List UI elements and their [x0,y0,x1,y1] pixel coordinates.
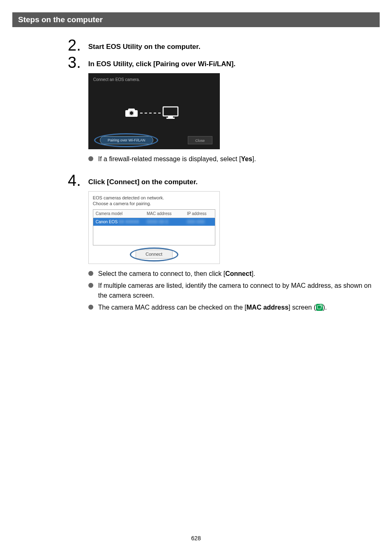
text: ] screen ( [288,304,316,311]
step-3: 3. In EOS Utility, click [Pairing over W… [68,55,374,164]
text-bold: MAC address [247,304,288,311]
text: The camera MAC address can be checked on… [98,304,247,311]
column-header: IP address [184,209,215,217]
mac-address-link[interactable] [316,304,323,311]
column-header: Camera model [93,209,144,217]
firewall-note: If a firewall-related message is display… [88,154,374,164]
text: If a firewall-related message is display… [98,155,241,162]
camera-table: Camera model MAC address IP address Cano… [93,209,215,246]
monitor-icon [162,105,179,120]
link-icon [316,304,323,311]
step-heading: In EOS Utility, click [Pairing over Wi-F… [88,60,374,68]
step-heading: Start EOS Utility on the computer. [88,43,374,51]
text: ]. [251,270,255,277]
column-header: MAC address [144,209,184,217]
close-button[interactable]: Close [188,136,212,144]
bullet-icon [88,156,93,161]
text-bold: Connect [225,270,251,277]
dialog-title: Connect an EOS camera. [93,77,140,82]
table-row [93,226,215,232]
step-number: 4. [68,173,81,188]
select-camera-note: Select the camera to connect to, then cl… [88,269,374,278]
step-number: 2. [68,37,81,53]
page-number: 628 [0,535,392,541]
step-heading: Click [Connect] on the computer. [88,178,374,186]
step-number: 3. [68,55,81,70]
camera-icon [125,107,138,118]
connection-line-icon [140,113,161,113]
camera-model-cell: Canon EOS XX XXXXX [93,217,144,226]
text-bold: Yes [241,155,252,162]
mac-address-note: The camera MAC address can be checked on… [88,303,374,312]
table-row [93,239,215,245]
svg-rect-4 [166,118,175,119]
steps-list: 2. Start EOS Utility on the computer. 3.… [68,37,374,312]
text: ). [323,304,327,311]
svg-rect-3 [168,116,173,118]
table-row [93,232,215,239]
section-header: Steps on the computer [12,12,380,27]
svg-rect-2 [163,107,178,116]
bullet-icon [88,271,93,276]
dialog-text: EOS cameras detected on network. Choose … [93,195,215,207]
eos-utility-pairing-dialog: EOS cameras detected on network. Choose … [88,191,374,264]
bullet-icon [88,305,93,310]
multiple-cameras-note: If multiple cameras are listed, identify… [88,281,374,300]
svg-point-0 [129,111,134,116]
text: ]. [252,155,256,162]
table-row[interactable]: Canon EOS XX XXXXX XXXX XX X XXX XXX [93,217,215,226]
step-4: 4. Click [Connect] on the computer. EOS … [68,173,374,312]
bullet-icon [88,283,93,288]
pairing-over-wifi-lan-button[interactable]: Pairing over Wi-Fi/LAN [100,136,153,144]
ip-address-cell: XXX XXX [184,217,215,226]
eos-utility-dark-dialog: Connect an EOS camera. [88,73,374,149]
text: Select the camera to connect to, then cl… [98,270,226,277]
mac-address-cell: XXXX XX X [144,217,184,226]
connect-button[interactable]: Connect [136,250,173,259]
text: If multiple cameras are listed, identify… [98,281,374,300]
step-2: 2. Start EOS Utility on the computer. [68,37,374,53]
